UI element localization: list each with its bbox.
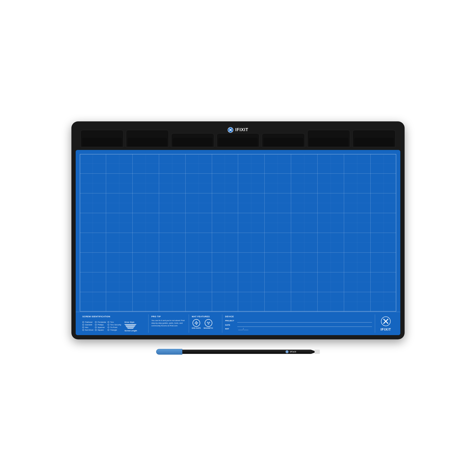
screw-col-2: Pentalobe Phillips Spanner	[95, 321, 106, 331]
screw-spanner-label: Spanner	[98, 326, 105, 328]
mat-surface: SCREW IDENTIFICATION Flathead Gamebit	[76, 150, 400, 335]
pro-tip-text: You can fix it and you're not alone! Fin…	[151, 319, 186, 327]
esd-safe-icon	[192, 319, 200, 327]
screw-dot	[95, 321, 97, 323]
project-mat: IFIXIT	[71, 121, 405, 340]
screw-pentalobe-label: Pentalobe	[98, 321, 106, 323]
mat-field: MAT ____/____	[225, 328, 372, 330]
info-bar: SCREW IDENTIFICATION Flathead Gamebit	[76, 312, 400, 335]
screw-illustration	[124, 324, 136, 329]
mat-number-display: ____/____	[238, 328, 249, 330]
screw-dot	[108, 326, 109, 328]
tray-pocket-6	[307, 130, 350, 147]
marker-pen: iFixit	[156, 349, 320, 355]
pen-brand-label: iFixit	[290, 351, 296, 353]
pen-logo-icon	[285, 350, 289, 354]
product-scene: IFIXIT	[71, 121, 405, 355]
pen-tip	[311, 350, 315, 354]
screw-hex: Hex	[82, 326, 94, 328]
tray-pocket-1	[81, 130, 123, 147]
brand-name: IFIXIT	[235, 127, 249, 132]
screw-phillips: Phillips	[95, 324, 106, 326]
screw-torx-label: Torx	[110, 321, 114, 323]
screw-gamebit-label: Gamebit	[85, 324, 92, 326]
screw-tripoint: Tri-Point	[108, 326, 121, 328]
screw-dot	[108, 324, 109, 325]
mat-features-title: MAT FEATURES	[192, 315, 219, 318]
screw-triangle-label: Triangle	[110, 329, 117, 331]
feature-icons-list: ESD-SAFE MAGNETIC	[192, 319, 219, 329]
date-label: DATE	[225, 324, 236, 326]
screw-pentalobe: Pentalobe	[95, 321, 106, 323]
screw-length-label: Screw Length	[124, 330, 137, 332]
date-line	[237, 323, 372, 327]
screw-flathead: Flathead	[82, 321, 94, 323]
pen-logo: iFixit	[285, 350, 296, 354]
screw-nut-driver-label: Nut Driver	[85, 329, 94, 331]
pro-tip-section: PRO TIP You can fix it and you're not al…	[149, 314, 189, 333]
tray-pocket-4	[217, 133, 260, 147]
screw-id-title: SCREW IDENTIFICATION	[82, 315, 145, 318]
screw-square: Square	[95, 329, 106, 331]
screw-square-label: Square	[98, 329, 104, 331]
feature-esd-safe: ESD-SAFE	[192, 319, 201, 329]
screw-dot	[82, 329, 84, 331]
screw-dot	[82, 321, 84, 323]
tray-pocket-3	[171, 133, 214, 147]
badge-brand-name: IFIXIT	[381, 327, 391, 331]
screw-flathead-label: Flathead	[85, 321, 92, 323]
screw-dot	[95, 329, 97, 331]
magnetic-icon	[205, 319, 212, 327]
screw-torx-security-label: Torx Security	[110, 324, 121, 326]
tray-pocket-7	[353, 130, 395, 147]
screw-dot	[82, 324, 84, 325]
project-line	[237, 319, 372, 323]
magnetic-icon-svg	[206, 321, 211, 325]
screw-torx: Torx	[108, 321, 121, 323]
screw-dot	[108, 321, 109, 323]
device-title: DEVICE	[225, 315, 372, 318]
device-section: DEVICE PROJECT DATE MAT ____/____	[222, 314, 375, 333]
screw-torx-security: Torx Security	[108, 324, 121, 326]
project-field: PROJECT	[225, 319, 372, 323]
ifixit-logo-icon	[228, 127, 234, 133]
pen-eraser	[315, 350, 320, 354]
screw-dot	[95, 326, 97, 328]
device-fields: PROJECT DATE MAT ____/____	[225, 319, 372, 330]
screw-dot	[95, 324, 97, 325]
ifixit-badge: IFIXIT	[375, 314, 396, 333]
badge-icon-svg	[381, 316, 391, 326]
screw-dot	[82, 326, 84, 328]
pen-cap	[156, 349, 182, 355]
screw-hex-label: Hex	[85, 326, 88, 328]
screw-tripoint-label: Tri-Point	[110, 326, 117, 328]
tray-pocket-5	[262, 133, 305, 147]
screw-dot	[108, 329, 109, 331]
tray-pocket-2	[126, 130, 169, 147]
feature-magnetic: MAGNETIC	[204, 319, 213, 329]
screw-col-3: Torx Torx Security Tri-Point	[108, 321, 121, 331]
pen-body: iFixit	[182, 350, 311, 354]
tool-tray: IFIXIT	[76, 126, 400, 147]
screw-phillips-label: Phillips	[98, 324, 103, 326]
pen-container: iFixit	[156, 349, 320, 355]
screw-col-1: Flathead Gamebit Hex	[82, 321, 94, 331]
screw-gamebit: Gamebit	[82, 324, 94, 326]
magnetic-label: MAGNETIC	[204, 327, 213, 329]
screw-spanner: Spanner	[95, 326, 106, 328]
grid-area	[76, 150, 400, 312]
grid-svg	[80, 154, 396, 312]
date-field: DATE	[225, 323, 372, 327]
esd-label: ESD-SAFE	[192, 327, 201, 329]
mat-label: MAT	[225, 328, 236, 330]
drive-style-label: Drive Style	[124, 321, 134, 323]
pro-tip-title: PRO TIP	[151, 315, 186, 318]
screw-nut-driver: Nut Driver	[82, 329, 94, 331]
drive-style-area: Drive Style Screw Length	[124, 321, 137, 332]
esd-icon-svg	[194, 321, 199, 325]
screw-triangle: Triangle	[108, 329, 121, 331]
project-label: PROJECT	[225, 320, 236, 322]
brand-logo: IFIXIT	[228, 127, 249, 133]
mat-features-section: MAT FEATURES ESD-SAFE	[189, 314, 222, 333]
screw-identification-section: SCREW IDENTIFICATION Flathead Gamebit	[80, 314, 149, 333]
